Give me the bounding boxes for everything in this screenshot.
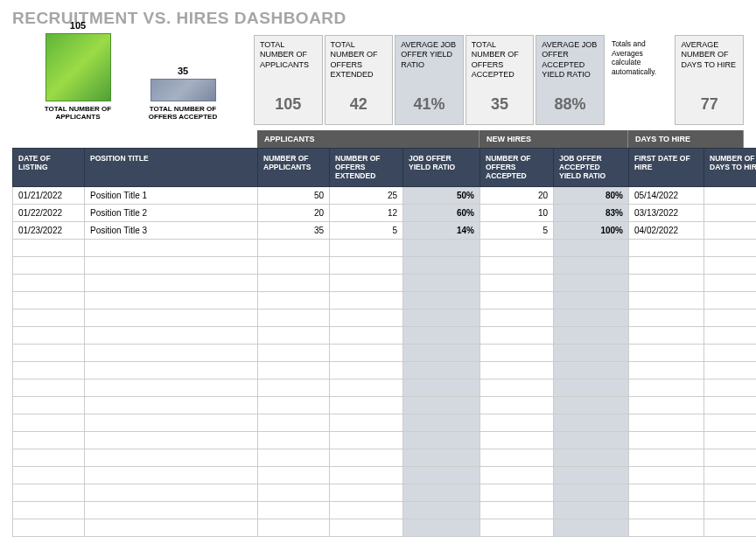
bar-label: TOTAL NUMBER OF APPLICANTS — [38, 105, 117, 122]
kpi-card: Totals and Averages calculate automatica… — [606, 35, 674, 125]
cell-date[interactable]: 01/22/2022 — [13, 205, 85, 222]
col-days-hire: NUMBER OF DAYS TO HIRE — [704, 149, 757, 187]
header-row: DATE OF LISTING POSITION TITLE NUMBER OF… — [13, 149, 757, 187]
table-row-empty[interactable] — [13, 257, 757, 275]
table-row-empty[interactable] — [13, 240, 757, 257]
col-yield-ratio: JOB OFFER YIELD RATIO — [403, 149, 480, 187]
cell-offers-acc[interactable]: 10 — [480, 205, 554, 222]
table-row-empty[interactable] — [13, 310, 757, 327]
kpi-card: TOTAL NUMBER OF OFFERS ACCEPTED35 — [466, 35, 535, 125]
bar-label: TOTAL NUMBER OF OFFERS ACCEPTED — [144, 105, 222, 122]
kpi-card: TOTAL NUMBER OF APPLICANTS105 — [254, 35, 323, 125]
table-row-empty[interactable] — [13, 379, 757, 397]
col-accepted-yield: JOB OFFER ACCEPTED YIELD RATIO — [554, 149, 629, 187]
top-row: 105 TOTAL NUMBER OF APPLICANTS 35 TOTAL … — [12, 35, 744, 125]
table-row-empty[interactable] — [13, 484, 757, 502]
col-offers-accepted: NUMBER OF OFFERS ACCEPTED — [480, 149, 554, 187]
cell-first-date[interactable]: 04/02/2022 — [629, 222, 704, 240]
col-offers-extended: NUMBER OF OFFERS EXTENDED — [330, 149, 403, 187]
kpi-label: AVERAGE JOB OFFER ACCEPTED YIELD RATIO — [536, 36, 604, 87]
section-tabs: APPLICANTS NEW HIRES DAYS TO HIRE — [12, 130, 744, 148]
kpi-label: TOTAL NUMBER OF OFFERS ACCEPTED — [466, 36, 534, 87]
kpi-value: 35 — [466, 87, 534, 124]
cell-offers-ext[interactable]: 25 — [330, 187, 403, 205]
bar-value: 35 — [178, 66, 188, 76]
data-table: DATE OF LISTING POSITION TITLE NUMBER OF… — [12, 148, 756, 537]
table-body: 01/21/2022Position Title 1502550%2080%05… — [13, 187, 757, 537]
table-row-empty[interactable] — [13, 519, 757, 537]
bar-accepted: 35 TOTAL NUMBER OF OFFERS ACCEPTED — [144, 66, 222, 122]
cell-num-app[interactable]: 20 — [258, 205, 330, 222]
kpi-card: AVERAGE NUMBER OF DAYS TO HIRE77 — [675, 35, 744, 125]
cell-first-date[interactable]: 05/14/2022 — [629, 187, 704, 205]
cell-yield[interactable]: 14% — [403, 222, 480, 240]
table-row-empty[interactable] — [13, 345, 757, 362]
tab-new-hires: NEW HIRES — [480, 130, 628, 148]
tab-days-to-hire: DAYS TO HIRE — [628, 130, 744, 148]
kpi-row: TOTAL NUMBER OF APPLICANTS105TOTAL NUMBE… — [254, 35, 744, 125]
cell-position[interactable]: Position Title 2 — [85, 205, 258, 222]
kpi-value: 42 — [326, 87, 393, 124]
cell-offers-acc[interactable]: 5 — [480, 222, 554, 240]
cell-offers-acc[interactable]: 20 — [480, 187, 554, 205]
tab-applicants: APPLICANTS — [257, 130, 480, 148]
cell-yield[interactable]: 60% — [403, 205, 480, 222]
bar-rect — [150, 79, 216, 101]
cell-offers-ext[interactable]: 12 — [330, 205, 403, 222]
table-row[interactable]: 01/22/2022Position Title 2201260%1083%03… — [13, 205, 757, 222]
kpi-value: 77 — [676, 87, 743, 124]
cell-acc-yield[interactable]: 100% — [554, 222, 629, 240]
table-row-empty[interactable] — [13, 327, 757, 345]
table-row[interactable]: 01/23/2022Position Title 335514%5100%04/… — [13, 222, 757, 240]
kpi-label: AVERAGE NUMBER OF DAYS TO HIRE — [676, 36, 743, 87]
bar-rect — [46, 33, 111, 101]
kpi-card: AVERAGE JOB OFFER ACCEPTED YIELD RATIO88… — [536, 35, 605, 125]
bar-applicants: 105 TOTAL NUMBER OF APPLICANTS — [38, 20, 117, 122]
kpi-label: Totals and Averages calculate automatica… — [606, 35, 674, 86]
table-row-empty[interactable] — [13, 449, 757, 467]
kpi-value — [606, 86, 674, 105]
col-num-applicants: NUMBER OF APPLICANTS — [258, 149, 330, 187]
table-row-empty[interactable] — [13, 397, 757, 414]
dashboard-page: RECRUITMENT VS. HIRES DASHBOARD 105 TOTA… — [0, 0, 756, 546]
table-row-empty[interactable] — [13, 362, 757, 379]
cell-first-date[interactable]: 03/13/2022 — [629, 205, 704, 222]
table-row[interactable]: 01/21/2022Position Title 1502550%2080%05… — [13, 187, 757, 205]
kpi-card: AVERAGE JOB OFFER YIELD RATIO41% — [395, 35, 464, 125]
cell-date[interactable]: 01/23/2022 — [13, 222, 85, 240]
cell-num-app[interactable]: 35 — [258, 222, 330, 240]
cell-date[interactable]: 01/21/2022 — [13, 187, 85, 205]
kpi-label: TOTAL NUMBER OF OFFERS EXTENDED — [326, 36, 393, 87]
cell-days-hire[interactable]: 69 — [704, 222, 757, 240]
kpi-card: TOTAL NUMBER OF OFFERS EXTENDED42 — [325, 35, 394, 125]
cell-yield[interactable]: 50% — [403, 187, 480, 205]
cell-acc-yield[interactable]: 80% — [554, 187, 629, 205]
cell-position[interactable]: Position Title 1 — [85, 187, 258, 205]
table-row-empty[interactable] — [13, 275, 757, 292]
table-row-empty[interactable] — [13, 414, 757, 432]
cell-days-hire[interactable]: 113 — [704, 187, 757, 205]
cell-num-app[interactable]: 50 — [258, 187, 330, 205]
cell-position[interactable]: Position Title 3 — [85, 222, 258, 240]
table-row-empty[interactable] — [13, 292, 757, 310]
table-row-empty[interactable] — [13, 467, 757, 484]
summary-chart: 105 TOTAL NUMBER OF APPLICANTS 35 TOTAL … — [12, 35, 248, 125]
cell-days-hire[interactable]: 50 — [704, 205, 757, 222]
kpi-label: AVERAGE JOB OFFER YIELD RATIO — [396, 36, 463, 87]
col-position: POSITION TITLE — [85, 149, 258, 187]
kpi-value: 88% — [536, 87, 604, 124]
table-row-empty[interactable] — [13, 502, 757, 519]
col-date: DATE OF LISTING — [13, 149, 85, 187]
bar-value: 105 — [70, 20, 86, 31]
kpi-value: 41% — [396, 87, 463, 124]
cell-offers-ext[interactable]: 5 — [330, 222, 403, 240]
table-row-empty[interactable] — [13, 432, 757, 449]
kpi-label: TOTAL NUMBER OF APPLICANTS — [255, 36, 322, 87]
kpi-value: 105 — [255, 87, 322, 124]
page-title: RECRUITMENT VS. HIRES DASHBOARD — [12, 9, 744, 28]
cell-acc-yield[interactable]: 83% — [554, 205, 629, 222]
col-first-date: FIRST DATE OF HIRE — [629, 149, 704, 187]
